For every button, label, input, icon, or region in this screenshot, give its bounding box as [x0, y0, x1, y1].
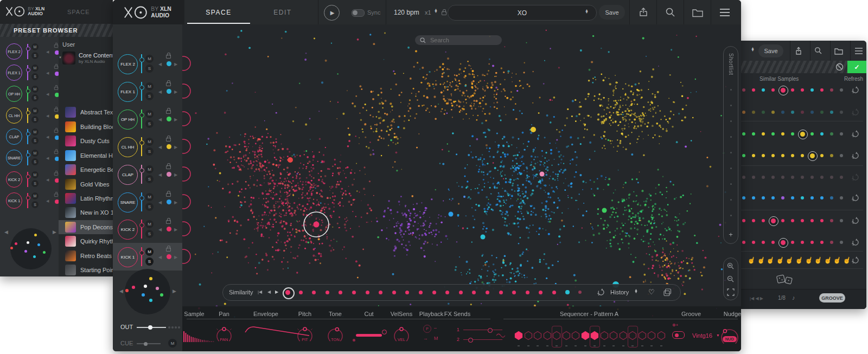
- preset-stepper[interactable]: ▲▼: [751, 47, 755, 52]
- sample-dot[interactable]: [762, 88, 765, 92]
- channel-pad[interactable]: CL HH: [118, 137, 138, 157]
- sample-dot[interactable]: [810, 111, 814, 114]
- hand-gesture-icon[interactable]: ☝: [747, 256, 757, 265]
- channel-color-dot[interactable]: [167, 144, 171, 149]
- similarity-dot[interactable]: [539, 291, 542, 294]
- solo-button[interactable]: S: [31, 94, 39, 101]
- lock-icon[interactable]: [166, 53, 171, 58]
- solo-button[interactable]: S: [145, 147, 154, 156]
- solo-button[interactable]: S: [31, 52, 39, 59]
- minimap-next-arrow[interactable]: ▶: [53, 229, 56, 235]
- volume-fader[interactable]: [141, 247, 142, 266]
- sample-dot[interactable]: [771, 111, 775, 114]
- mute-button[interactable]: M: [31, 86, 39, 93]
- folder-collapse-caret[interactable]: ▼: [59, 56, 62, 59]
- channel-pad[interactable]: FLEX 2: [118, 54, 138, 74]
- sample-dot[interactable]: [762, 219, 765, 222]
- similarity-dot[interactable]: [312, 291, 316, 294]
- channel-row-ophh[interactable]: OP HHMS◀▶: [113, 105, 182, 133]
- sample-dot[interactable]: [820, 132, 824, 136]
- fader-handle[interactable]: [26, 196, 30, 200]
- sample-dot[interactable]: [820, 111, 824, 114]
- channel-pad[interactable]: FLEX 1: [118, 82, 138, 102]
- volume-fader[interactable]: [141, 54, 142, 73]
- channel-row-kick2[interactable]: KICK 2MS◀▶: [113, 215, 182, 243]
- fader-handle[interactable]: [139, 85, 144, 90]
- sample-dot[interactable]: [781, 154, 784, 157]
- sample-dot[interactable]: [781, 88, 786, 93]
- seq-step-7[interactable]: [571, 331, 580, 340]
- groove-preset-value[interactable]: Vintg16: [692, 332, 712, 339]
- sample-dot[interactable]: [781, 219, 784, 222]
- sample-dot[interactable]: [791, 132, 794, 136]
- shortlist-add-button[interactable]: +: [724, 228, 738, 241]
- cue-slider[interactable]: [137, 343, 161, 344]
- fader-handle[interactable]: [26, 89, 30, 93]
- sample-dot[interactable]: [762, 154, 765, 157]
- solo-button[interactable]: S: [145, 258, 154, 266]
- solo-button[interactable]: S: [145, 120, 154, 128]
- solo-button[interactable]: S: [31, 158, 39, 165]
- preset-item[interactable]: Quirky Rhythm: [59, 234, 113, 248]
- seq-step-16[interactable]: [657, 331, 666, 340]
- channel-row-snare[interactable]: SNAREMS◀▶: [113, 188, 182, 216]
- rate-value[interactable]: 1/8: [778, 295, 786, 301]
- solo-button[interactable]: S: [145, 175, 154, 183]
- seq-step-8[interactable]: [581, 331, 590, 340]
- similarity-dot[interactable]: [379, 291, 382, 294]
- apply-button[interactable]: ✓: [847, 61, 866, 73]
- hand-gesture-icon[interactable]: ☝: [814, 256, 824, 265]
- lock-icon[interactable]: [166, 80, 171, 86]
- prev-sample-arrow[interactable]: ◀: [158, 172, 162, 177]
- hand-gesture-icon[interactable]: ☝: [833, 256, 843, 265]
- next-sample-arrow[interactable]: ▶: [174, 89, 177, 94]
- volume-fader[interactable]: [141, 192, 142, 211]
- sample-dot[interactable]: [810, 196, 814, 199]
- preset-item[interactable]: Energetic Bea: [59, 163, 113, 177]
- prev-sample-arrow[interactable]: ◀: [46, 71, 49, 75]
- shortlist-slot-dot[interactable]: [730, 183, 732, 185]
- groove-add-icon[interactable]: ⊕+: [672, 323, 678, 327]
- sample-dot[interactable]: [742, 241, 745, 244]
- share-button[interactable]: [631, 0, 655, 24]
- hand-gesture-icon[interactable]: ☝: [843, 256, 852, 265]
- next-sample-arrow[interactable]: ▶: [174, 255, 177, 260]
- seq-step-6[interactable]: [562, 331, 571, 340]
- similarity-dot[interactable]: [445, 291, 449, 294]
- sample-dot[interactable]: [752, 111, 755, 114]
- shortlist-slot-dot[interactable]: [730, 168, 732, 169]
- fader-handle[interactable]: [139, 57, 144, 62]
- prohibit-icon[interactable]: [835, 63, 844, 71]
- lock-icon[interactable]: [54, 85, 58, 89]
- sample-dot[interactable]: [771, 196, 775, 199]
- lock-icon[interactable]: [166, 163, 171, 169]
- share-icon[interactable]: [794, 47, 803, 55]
- minimap-next-arrow[interactable]: ▶: [173, 288, 176, 294]
- solo-button[interactable]: S: [31, 201, 39, 208]
- nudge-knob[interactable]: NUD: [719, 327, 741, 349]
- sample-dot[interactable]: [820, 241, 824, 244]
- sample-dot[interactable]: [810, 241, 814, 244]
- mute-button[interactable]: M: [145, 165, 154, 173]
- mute-button[interactable]: M: [31, 43, 39, 50]
- channel-pad[interactable]: KICK 1: [118, 247, 138, 267]
- hand-gesture-icon[interactable]: ☝: [766, 256, 776, 265]
- channel-pad[interactable]: CLAP: [118, 165, 138, 185]
- pan-knob[interactable]: PAN: [213, 327, 235, 346]
- sample-dot[interactable]: [742, 88, 745, 92]
- next-sample-arrow[interactable]: ▶: [174, 145, 177, 150]
- lock-icon[interactable]: [166, 218, 171, 223]
- folder-name[interactable]: Core Content: [79, 52, 113, 59]
- tab-space[interactable]: SPACE: [187, 0, 250, 24]
- fader-handle[interactable]: [26, 132, 30, 136]
- prev-sample-arrow[interactable]: ◀: [46, 178, 49, 182]
- transport-icons[interactable]: |◀ ◀ ▶: [750, 296, 763, 301]
- groove-button[interactable]: GROOVE: [819, 293, 845, 302]
- row-refresh-icon[interactable]: [852, 86, 859, 94]
- sample-dot[interactable]: [742, 132, 745, 136]
- preset-item[interactable]: Abstract Text: [59, 105, 113, 119]
- selected-similarity-dot[interactable]: [285, 290, 290, 295]
- sample-dot[interactable]: [791, 176, 794, 179]
- playback-minus[interactable]: –: [434, 325, 437, 331]
- sample-dot[interactable]: [801, 196, 804, 199]
